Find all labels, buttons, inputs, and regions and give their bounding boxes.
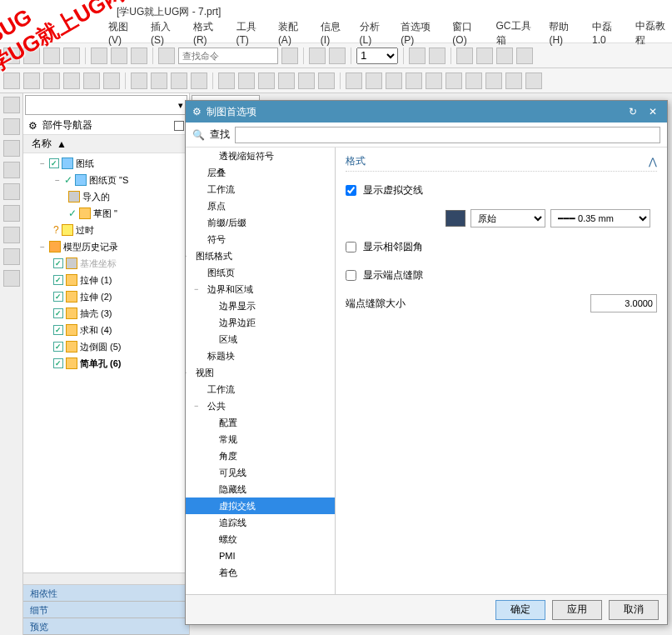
db2-icon[interactable] [429,48,446,64]
nav-region[interactable]: 区域 [186,331,335,348]
tree-extrude2[interactable]: 拉伸 (2) [23,288,189,305]
menu-zhonglei-tutorial[interactable]: 中磊教程 [635,19,672,48]
menu-gctoolbox[interactable]: GC工具箱 [496,19,538,48]
select-icon[interactable] [158,48,175,64]
nav-icon[interactable] [3,183,20,200]
color-mode-select[interactable]: 原始 [470,209,545,228]
render-icon[interactable] [456,48,473,64]
db-icon[interactable] [409,48,426,64]
nav-prefix[interactable]: 前缀/后缀 [186,214,335,231]
d-icon[interactable] [23,72,40,89]
nav-icon[interactable] [3,227,20,243]
d-icon[interactable] [386,72,402,89]
menu-zhonglei1[interactable]: 中磊1.0 [592,20,624,46]
nav-border-display[interactable]: 边界显示 [186,298,335,314]
nav-border-margin[interactable]: 边界边距 [186,314,335,331]
dim2-icon[interactable] [516,48,533,64]
nav-config[interactable]: 配置 [186,414,335,431]
nav-virtual-intersection[interactable]: 虚拟交线 [186,498,335,514]
redo-icon[interactable] [111,48,127,64]
nav-shading[interactable]: 着色 [186,564,335,581]
d-icon[interactable] [131,72,147,89]
h-scrollbar[interactable] [23,572,189,584]
nav-icon[interactable] [3,248,20,265]
nav-layers[interactable]: 层叠 [186,164,335,181]
collapse-icon[interactable]: ⋀ [649,156,657,168]
spinner[interactable]: 1 [356,48,398,64]
nav-perspective[interactable]: 透视缩短符号 [186,148,335,164]
nav-border-region[interactable]: −边界和区域 [186,281,335,298]
nav-icon[interactable] [3,97,20,113]
paste-icon[interactable] [63,48,80,64]
tree-history[interactable]: −模型历史记录 [23,238,189,255]
show-adjacent-checkbox[interactable] [346,242,356,252]
tab-dependency[interactable]: 相依性 [23,585,189,602]
cancel-button[interactable]: 取消 [609,600,659,620]
tab-detail[interactable]: 细节 [23,602,189,618]
d-icon[interactable] [191,72,207,89]
tree-imported[interactable]: 导入的 [23,188,189,205]
nav-general[interactable]: 常规 [186,431,335,448]
menu-help[interactable]: 帮助(H) [549,20,580,46]
d-icon[interactable] [103,72,120,89]
tree-extrude1[interactable]: 拉伸 (1) [23,272,189,288]
nav-pmi[interactable]: PMI [186,548,335,564]
grid-icon[interactable] [329,48,346,64]
tree-unite[interactable]: 求和 (4) [23,322,189,338]
search-input[interactable] [235,127,660,143]
nav-icon[interactable] [3,162,20,178]
menu-insert[interactable]: 插入(S) [151,20,182,46]
tree-outdated[interactable]: ?过时 [23,222,189,238]
nav-sheet-format[interactable]: −图纸格式 [186,248,335,264]
nav-origin[interactable]: 原点 [186,198,335,214]
tree-edge-blend[interactable]: 边倒圆 (5) [23,338,189,355]
nav-view[interactable]: −视图 [186,364,335,381]
d-icon[interactable] [465,72,482,89]
d-icon[interactable] [298,72,315,89]
gear-icon[interactable]: ⚙ [28,120,37,132]
d-icon[interactable] [278,72,295,89]
measure-icon[interactable] [476,48,493,64]
command-search[interactable] [178,48,278,64]
column-header[interactable]: 名称▲ [23,135,189,153]
menu-analysis[interactable]: 分析(L) [360,20,390,46]
d-icon[interactable] [426,72,442,89]
menu-assembly[interactable]: 装配(A) [278,20,309,46]
selection-filter-dropdown[interactable]: ▾ [25,95,187,115]
menu-info[interactable]: 信息(I) [321,20,348,46]
color-swatch[interactable] [446,210,465,227]
d-icon[interactable] [525,72,542,89]
tree-shell[interactable]: 抽壳 (3) [23,305,189,322]
nav-symbol[interactable]: 符号 [186,231,335,248]
reset-icon[interactable]: ↻ [625,104,640,119]
nav-sheet-page[interactable]: 图纸页 [186,264,335,281]
nav-trace[interactable]: 追踪线 [186,514,335,531]
nav-workflow[interactable]: 工作流 [186,181,335,198]
d-icon[interactable] [218,72,235,89]
section-header[interactable]: 格式 ⋀ [346,154,657,172]
tool-icon[interactable] [23,48,40,64]
d-icon[interactable] [485,72,502,89]
d-icon[interactable] [406,72,422,89]
d-icon[interactable] [63,72,80,89]
menu-format[interactable]: 格式(R) [193,20,225,46]
tree-datum[interactable]: 基准坐标 [23,255,189,272]
d-icon[interactable] [346,72,362,89]
show-virtual-checkbox[interactable] [346,185,356,196]
nav-icon[interactable] [3,118,20,135]
nav-icon[interactable] [3,140,20,157]
d-icon[interactable] [3,72,20,89]
menu-tools[interactable]: 工具(T) [236,20,266,46]
nav-visible[interactable]: 可见线 [186,464,335,481]
dim-icon[interactable] [496,48,513,64]
d-icon[interactable] [238,72,255,89]
nav-icon[interactable] [3,205,20,222]
search-icon[interactable] [281,48,298,64]
d-icon[interactable] [151,72,167,89]
menu-preferences[interactable]: 首选项(P) [401,20,441,46]
close-icon[interactable]: ✕ [645,104,660,119]
tab-preview[interactable]: 预览 [23,618,189,635]
pin-icon[interactable] [174,121,184,131]
tree-simple-hole[interactable]: 简单孔 (6) [23,355,189,372]
show-endpoint-gap-checkbox[interactable] [346,270,356,281]
